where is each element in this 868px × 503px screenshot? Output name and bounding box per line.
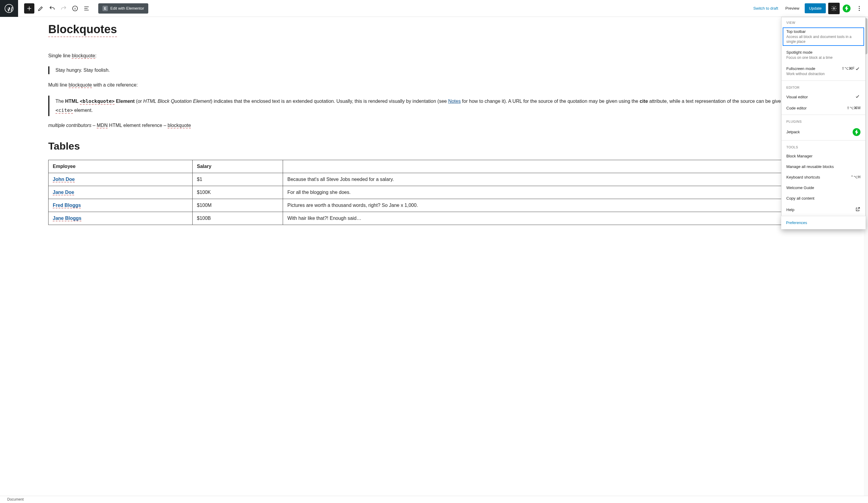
undo-button[interactable] [47,3,57,13]
update-button[interactable]: Update [805,3,826,13]
switch-to-draft-link[interactable]: Switch to draft [750,4,782,13]
svg-point-3 [859,6,860,7]
jetpack-icon [843,4,850,12]
more-options-button[interactable] [854,3,865,14]
jetpack-button[interactable] [841,3,852,14]
wordpress-logo[interactable] [0,0,18,17]
outline-button[interactable] [81,3,92,13]
settings-button[interactable] [828,3,840,14]
svg-point-4 [859,8,860,9]
add-block-button[interactable] [24,3,34,13]
edit-with-elementor-button[interactable]: E Edit with Elementor [98,3,148,13]
elementor-label: Edit with Elementor [110,6,144,11]
redo-button [59,3,69,13]
top-bar: E Edit with Elementor Switch to draft Pr… [0,0,868,17]
svg-point-5 [859,10,860,11]
elementor-icon: E [103,6,108,11]
preview-link[interactable]: Preview [782,4,803,13]
svg-point-2 [833,8,835,9]
edit-tool-button[interactable] [35,3,46,13]
info-button[interactable] [70,3,80,13]
